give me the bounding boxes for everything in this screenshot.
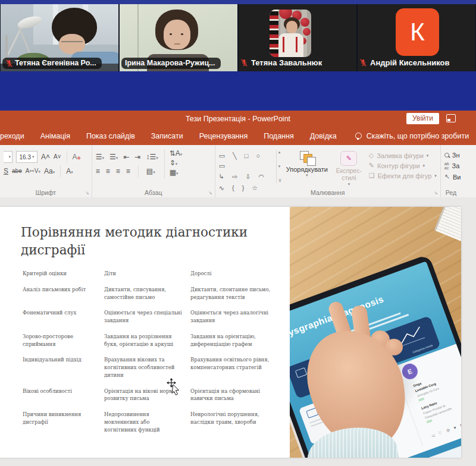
numbered-list-button[interactable]: ☰▾ — [109, 153, 118, 160]
editing-group: Зн abac За ↖ Ви Ред — [441, 145, 476, 197]
gallery-expand-icon[interactable]: ⊽ — [278, 178, 281, 183]
tile3-blouse-stitch — [296, 37, 298, 52]
tile1-person-glasses — [61, 41, 83, 42]
strikethrough-button[interactable]: abe — [12, 168, 22, 174]
slide-workspace: Порівняння методик діагностики дисграфії… — [0, 197, 476, 466]
align-right-button[interactable]: ≡ — [116, 168, 120, 175]
tab-view[interactable]: Подання — [264, 132, 293, 140]
meeting-background — [0, 71, 476, 111]
chevron-down-icon: ▾ — [427, 153, 429, 158]
bullet-list-button[interactable]: ☰▾ — [96, 153, 104, 160]
pencil-icon: ✎ — [369, 162, 374, 169]
video-strip: Тетяна Євгенівна Ро... Ірина Макарова-Ру… — [0, 0, 476, 71]
font-name-combo[interactable]: ▾ — [4, 151, 12, 163]
replace-icon: abac — [444, 162, 449, 170]
tile3-red-balloon — [303, 28, 311, 36]
arrange-button[interactable]: Упорядкувати ▾ — [286, 150, 328, 187]
find-label: Зн — [452, 152, 460, 159]
dialog-launcher-icon[interactable]: ↘ — [85, 190, 89, 196]
shrink-font-button[interactable]: A˅ — [54, 154, 61, 160]
justify-button[interactable]: ≡ — [126, 168, 130, 175]
tab-record[interactable]: Записати — [151, 132, 183, 140]
video-tiles: Тетяна Євгенівна Ро... Ірина Макарова-Ру… — [0, 4, 476, 71]
grow-font-button[interactable]: A˄ — [41, 153, 50, 160]
tab-review[interactable]: Рецензування — [199, 132, 248, 140]
font-size-value: 16.3 — [20, 154, 31, 160]
change-case-button[interactable]: Aa▾ — [44, 168, 55, 175]
tile2-person-face — [164, 20, 190, 49]
table-cell: Неврологічні порушення, наслідки травм, … — [190, 411, 287, 433]
tab-help[interactable]: Довідка — [310, 132, 337, 140]
columns-button[interactable]: ▤▾ — [146, 168, 155, 175]
scroll-up-icon[interactable]: ▴ — [278, 150, 281, 155]
search-icon — [444, 153, 449, 158]
select-button[interactable]: ↖ Ви — [444, 173, 472, 181]
participant-name: Ірина Макарова-Ружиц... — [125, 59, 215, 67]
table-cell: Орієнтація на сформовані навички письма — [190, 388, 287, 403]
meeting-screen: Тетяна Євгенівна Ро... Ірина Макарова-Ру… — [0, 0, 476, 466]
table-cell: Оцінюється через спеціальні завдання — [104, 309, 190, 325]
align-text-button[interactable]: ⇕▾ — [170, 159, 183, 166]
table-cell: Індивідуальний підхід — [23, 356, 104, 379]
tile2-person-eye — [170, 33, 172, 35]
table-header: Дорослі — [190, 270, 287, 278]
clear-formatting-button[interactable]: A◆ — [73, 153, 81, 160]
tab-animations[interactable]: Анімація — [40, 132, 70, 140]
chevron-down-icon: ▾ — [434, 174, 437, 178]
chevron-down-icon: ▾ — [306, 173, 308, 178]
shape-glyphs: ▭ ╲ □ ○ ▭ ↳ ⇨ ⇩ ◠ ∿ { } ☆ — [219, 150, 274, 187]
quick-styles-button[interactable]: ✎ Експрес-стилі ▾ — [333, 150, 365, 187]
shapes-scrollbar[interactable]: ▴ ▾ ⊽ — [276, 150, 281, 183]
group-label-drawing: Малювання — [215, 189, 440, 196]
chevron-down-icon: ▾ — [348, 182, 350, 187]
align-left-button[interactable]: ≡ — [96, 168, 100, 175]
arrange-label: Упорядкувати — [286, 166, 328, 173]
shape-effects-button[interactable]: ❏ Ефекти для фігур ▾ — [369, 172, 437, 180]
font-color-button[interactable]: A▾ — [66, 168, 73, 175]
dialog-launcher-icon[interactable]: ↘ — [208, 190, 212, 196]
sign-in-button[interactable]: Увійти — [406, 113, 439, 124]
shape-fill-button[interactable]: ◇ Заливка фігури ▾ — [369, 152, 437, 159]
font-group: ▾ 16.3 ▾ A˄ A˅ A◆ S abe A⇿V▾ Aa▾ A▾ Шриф… — [0, 145, 92, 197]
tell-me-box[interactable]: Скажіть, що потрібно зробити — [355, 132, 469, 140]
align-center-button[interactable]: ≡ — [106, 168, 110, 175]
tab-transitions[interactable]: Переходи — [0, 132, 24, 140]
table-header: Діти — [104, 270, 190, 278]
increase-indent-button[interactable]: ⇥ — [134, 153, 140, 160]
video-tile-4[interactable]: К Андрій Кисельников — [358, 4, 475, 71]
slide-canvas[interactable]: Порівняння методик діагностики дисграфії… — [0, 207, 461, 458]
find-button[interactable]: Зн — [444, 152, 472, 159]
panel-icon — [295, 367, 307, 378]
video-tile-1[interactable]: Тетяна Євгенівна Ро... — [1, 4, 118, 71]
font-size-combo[interactable]: 16.3 ▾ — [16, 151, 37, 163]
video-tile-2-active-speaker[interactable]: Ірина Макарова-Ружиц... — [120, 4, 237, 71]
select-arrow-icon: ↖ — [444, 173, 450, 181]
line-spacing-button[interactable]: ↕☰▾ — [146, 153, 158, 160]
replace-label: За — [452, 162, 460, 169]
ribbon-tab-bar: Переходи Анімація Показ слайдів Записати… — [0, 127, 476, 145]
shape-outline-button[interactable]: ✎ Контур фігури ▾ — [369, 162, 437, 169]
drawing-group: ▭ ╲ □ ○ ▭ ↳ ⇨ ⇩ ◠ ∿ { } ☆ ▴ ▾ ⊽ Упорядку… — [215, 145, 441, 197]
convert-smartart-button[interactable]: ▦▾ — [170, 169, 183, 176]
tile2-person-mouth — [174, 43, 180, 45]
character-spacing-button[interactable]: A⇿V▾ — [26, 168, 40, 174]
underline-button[interactable]: S — [4, 168, 8, 175]
text-direction-button[interactable]: ⇅A▾ — [170, 150, 183, 157]
shape-effects-label: Ефекти для фігур — [378, 172, 432, 180]
video-tile-3[interactable]: Тетяна Завальнюк — [239, 4, 356, 71]
paragraph-group: ☰▾ ☰▾ ⇤ ⇥ ↕☰▾ ≡ ≡ ≡ ≡ ▤▾ — [92, 145, 215, 197]
group-label-editing: Ред — [441, 189, 476, 196]
decrease-indent-button[interactable]: ⇤ — [123, 153, 129, 160]
shapes-gallery[interactable]: ▭ ╲ □ ○ ▭ ↳ ⇨ ⇩ ◠ ∿ { } ☆ ▴ ▾ ⊽ — [219, 150, 281, 187]
table-cell: Диктанти, спонтанне письмо, редагування … — [190, 286, 287, 301]
tab-slideshow[interactable]: Показ слайдів — [86, 132, 135, 140]
replace-button[interactable]: abac За — [444, 162, 472, 170]
window-restore-icon[interactable] — [446, 114, 456, 122]
table-cell: Врахування вікових та когнітивних особли… — [104, 356, 190, 379]
dialog-launcher-icon[interactable]: ↘ — [434, 190, 438, 196]
scroll-down-icon[interactable]: ▾ — [278, 164, 281, 169]
table-header: Критерій оцінки — [23, 270, 104, 278]
slide-photo-tablet: Dysgraphia diagnoosis Categorize trends — [290, 207, 461, 458]
shape-outline-label: Контур фігури — [377, 162, 419, 169]
shape-fill-label: Заливка фігури — [377, 152, 424, 159]
